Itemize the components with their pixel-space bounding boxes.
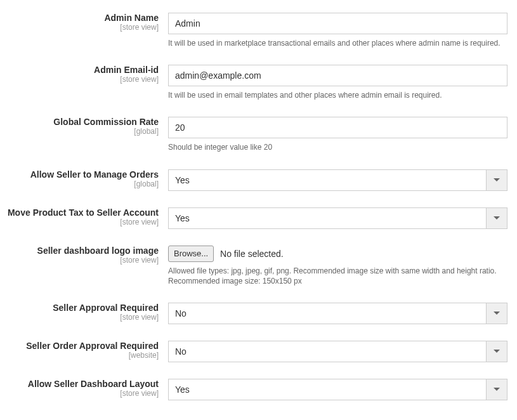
- manage-orders-select[interactable]: Yes: [168, 169, 507, 191]
- label-order-approval: Seller Order Approval Required website: [6, 341, 168, 362]
- select-value: Yes: [168, 207, 507, 229]
- order-approval-select[interactable]: No: [168, 341, 507, 362]
- field-seller-logo: Seller dashboard logo image store view B…: [6, 246, 511, 286]
- label-move-tax: Move Product Tax to Seller Account store…: [6, 207, 168, 229]
- admin-name-input[interactable]: [168, 13, 507, 34]
- dropdown-button[interactable]: [486, 169, 507, 191]
- label-text: Allow Seller to Manage Orders: [30, 169, 159, 180]
- control-move-tax: Yes: [168, 207, 507, 229]
- scope-label: global: [6, 180, 159, 188]
- control-seller-logo: Browse... No file selected. Allowed file…: [168, 246, 507, 286]
- caret-down-icon: [494, 178, 500, 181]
- label-text: Seller Approval Required: [53, 303, 159, 313]
- label-text: Admin Email-id: [94, 65, 159, 75]
- help-seller-logo: Allowed file types: jpg, jpeg, gif, png.…: [168, 266, 507, 286]
- label-seller-approval: Seller Approval Required store view: [6, 303, 168, 324]
- control-admin-email: It will be used in email templates and o…: [168, 65, 507, 100]
- select-value: No: [168, 303, 507, 324]
- label-dashboard-layout: Allow Seller Dashboard Layout store view: [6, 379, 168, 400]
- dropdown-button[interactable]: [486, 379, 507, 400]
- dashboard-layout-select[interactable]: Yes: [168, 379, 507, 400]
- field-commission-rate: Global Commission Rate global Should be …: [6, 117, 511, 152]
- scope-label: store view: [6, 389, 159, 398]
- control-dashboard-layout: Yes: [168, 379, 507, 400]
- field-allow-manage-orders: Allow Seller to Manage Orders global Yes: [6, 169, 511, 191]
- scope-label: store view: [6, 23, 159, 32]
- admin-email-input[interactable]: [168, 65, 507, 86]
- scope-label: website: [6, 351, 159, 360]
- scope-label: global: [6, 127, 159, 136]
- select-value: No: [168, 341, 507, 362]
- label-text: Seller dashboard logo image: [37, 246, 159, 256]
- caret-down-icon: [494, 350, 500, 353]
- caret-down-icon: [494, 216, 500, 220]
- control-order-approval: No: [168, 341, 507, 362]
- file-status-text: No file selected.: [220, 249, 284, 259]
- control-seller-approval: No: [168, 303, 507, 324]
- help-admin-name: It will be used in marketplace transacti…: [168, 38, 507, 48]
- label-text: Move Product Tax to Seller Account: [8, 207, 159, 218]
- caret-down-icon: [494, 388, 500, 391]
- field-seller-approval: Seller Approval Required store view No: [6, 303, 511, 324]
- control-admin-name: It will be used in marketplace transacti…: [168, 13, 507, 48]
- control-manage-orders: Yes: [168, 169, 507, 191]
- field-admin-name: Admin Name store view It will be used in…: [6, 13, 511, 48]
- field-dashboard-layout: Allow Seller Dashboard Layout store view…: [6, 379, 511, 400]
- label-commission: Global Commission Rate global: [6, 117, 168, 152]
- field-order-approval: Seller Order Approval Required website N…: [6, 341, 511, 362]
- scope-label: store view: [6, 256, 159, 265]
- select-value: Yes: [168, 169, 507, 191]
- seller-approval-select[interactable]: No: [168, 303, 507, 324]
- label-text: Admin Name: [104, 13, 159, 23]
- label-admin-name: Admin Name store view: [6, 13, 168, 48]
- scope-label: store view: [6, 218, 159, 226]
- dropdown-button[interactable]: [486, 341, 507, 362]
- help-commission: Should be integer value like 20: [168, 142, 507, 152]
- scope-label: store view: [6, 313, 159, 322]
- field-move-tax: Move Product Tax to Seller Account store…: [6, 207, 511, 229]
- label-text: Seller Order Approval Required: [26, 341, 159, 351]
- help-admin-email: It will be used in email templates and o…: [168, 90, 507, 100]
- label-admin-email: Admin Email-id store view: [6, 65, 168, 100]
- label-text: Allow Seller Dashboard Layout: [28, 379, 159, 389]
- caret-down-icon: [494, 312, 500, 315]
- scope-label: store view: [6, 75, 159, 84]
- browse-button[interactable]: Browse...: [168, 246, 214, 262]
- control-commission: Should be integer value like 20: [168, 117, 507, 152]
- dropdown-button[interactable]: [486, 303, 507, 324]
- field-admin-email: Admin Email-id store view It will be use…: [6, 65, 511, 100]
- label-text: Global Commission Rate: [53, 117, 159, 127]
- dropdown-button[interactable]: [486, 207, 507, 229]
- commission-input[interactable]: [168, 117, 507, 138]
- move-tax-select[interactable]: Yes: [168, 207, 507, 229]
- label-seller-logo: Seller dashboard logo image store view: [6, 246, 168, 286]
- label-manage-orders: Allow Seller to Manage Orders global: [6, 169, 168, 191]
- select-value: Yes: [168, 379, 507, 400]
